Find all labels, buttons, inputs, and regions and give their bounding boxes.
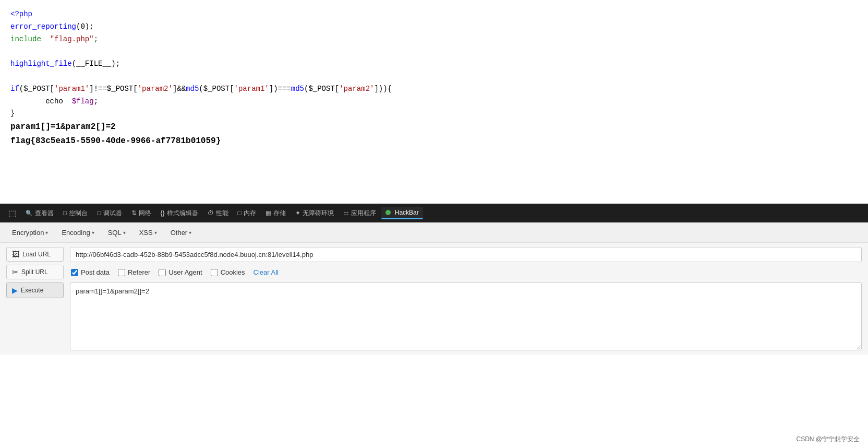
network-label: 网络: [139, 209, 151, 218]
devtools-memory[interactable]: □ 内存: [234, 207, 260, 220]
memory-icon: □: [238, 209, 242, 217]
post-data-label: Post data: [81, 268, 110, 276]
viewer-icon: 🔍: [26, 210, 33, 217]
clear-all-button[interactable]: Clear All: [254, 268, 279, 276]
left-buttons: 🖼 Load URL ✂ Split URL ▶ Execute: [6, 247, 64, 298]
split-url-icon: ✂: [12, 268, 18, 276]
load-url-button[interactable]: 🖼 Load URL: [6, 247, 64, 262]
flag-line: flag{83c5ea15-5590-40de-9966-af7781b0105…: [10, 134, 858, 148]
referer-label: Referer: [128, 268, 150, 276]
cookies-label: Cookies: [221, 268, 245, 276]
split-url-button[interactable]: ✂ Split URL: [6, 265, 64, 279]
encoding-label: Encoding: [62, 229, 90, 237]
other-menu[interactable]: Other ▾: [165, 226, 198, 239]
hackbar-label: HackBar: [395, 209, 419, 216]
url-input[interactable]: [70, 247, 862, 262]
hackbar-status-dot: [385, 210, 391, 215]
other-label: Other: [171, 229, 188, 237]
encryption-chevron: ▾: [45, 230, 48, 235]
hackbar-panel: Encryption ▾ Encoding ▾ SQL ▾ XSS ▾ Othe…: [0, 222, 868, 355]
split-url-label: Split URL: [21, 268, 48, 276]
sql-menu[interactable]: SQL ▾: [102, 226, 131, 239]
referer-checkbox-label[interactable]: Referer: [118, 268, 150, 276]
hackbar-menu: Encryption ▾ Encoding ▾ SQL ▾ XSS ▾ Othe…: [0, 223, 868, 243]
code-line-4: highlight_file(__FILE__);: [10, 58, 858, 70]
xss-label: XSS: [139, 229, 153, 237]
storage-icon: ▦: [266, 209, 271, 217]
devtools-network[interactable]: ⇅ 网络: [127, 207, 155, 220]
devtools-viewer[interactable]: 🔍 查看器: [21, 207, 58, 220]
encoding-menu[interactable]: Encoding ▾: [56, 226, 100, 239]
debugger-icon: □: [97, 209, 101, 217]
execute-icon: ▶: [12, 286, 18, 294]
perf-label: 性能: [216, 209, 228, 218]
cookies-checkbox[interactable]: [211, 269, 218, 276]
console-label: 控制台: [69, 209, 88, 218]
encoding-chevron: ▾: [92, 230, 94, 235]
perf-icon: ⏱: [208, 209, 214, 217]
load-url-label: Load URL: [22, 251, 51, 258]
xss-chevron: ▾: [154, 230, 157, 235]
footer: CSDN @宁宁想学安全: [796, 435, 860, 444]
load-url-icon: 🖼: [12, 250, 19, 258]
execute-label: Execute: [21, 287, 43, 294]
devtools-hackbar[interactable]: HackBar: [381, 207, 423, 219]
devtools-bar: ⬚ 🔍 查看器 □ 控制台 □ 调试器 ⇅ 网络 {} 样式编辑器 ⏱ 性能 □…: [0, 204, 868, 222]
devtools-console[interactable]: □ 控制台: [59, 207, 92, 220]
code-display: <?php error_reporting(0); include "flag.…: [0, 0, 868, 204]
debugger-label: 调试器: [103, 209, 122, 218]
code-line-5: if($_POST['param1']!==$_POST['param2']&&…: [10, 83, 858, 96]
post-data-textarea[interactable]: param1[]=1&param2[]=2: [70, 282, 862, 350]
checkboxes-row: Post data Referer User Agent Cookies Cle…: [70, 266, 862, 278]
encryption-label: Encryption: [12, 229, 44, 237]
accessibility-icon: ✦: [295, 209, 300, 217]
code-line-2: error_reporting(0);: [10, 21, 858, 33]
user-agent-label: User Agent: [168, 268, 202, 276]
referer-checkbox[interactable]: [118, 269, 125, 276]
accessibility-label: 无障碍环境: [303, 209, 334, 218]
storage-label: 存储: [273, 209, 286, 218]
encryption-menu[interactable]: Encryption ▾: [6, 226, 54, 239]
style-label: 样式编辑器: [167, 209, 198, 218]
console-icon: □: [63, 209, 67, 217]
sql-chevron: ▾: [123, 230, 126, 235]
code-line-7: }: [10, 108, 858, 120]
sql-label: SQL: [108, 229, 122, 237]
app-label: 应用程序: [351, 209, 376, 218]
code-line-blank2: [10, 70, 858, 83]
post-data-checkbox[interactable]: [71, 269, 78, 276]
hackbar-content: 🖼 Load URL ✂ Split URL ▶ Execute Post da…: [0, 243, 868, 355]
code-line-blank1: [10, 45, 858, 58]
post-data-checkbox-label[interactable]: Post data: [71, 268, 110, 276]
user-agent-checkbox-label[interactable]: User Agent: [159, 268, 202, 276]
user-agent-checkbox[interactable]: [159, 269, 166, 276]
devtools-debugger[interactable]: □ 调试器: [93, 207, 126, 220]
viewer-label: 查看器: [35, 209, 54, 218]
devtools-storage[interactable]: ▦ 存储: [261, 207, 290, 220]
flag-output: param1[]=1&param2[]=2: [10, 120, 858, 134]
code-line-1: <?php: [10, 8, 858, 21]
code-line-6: echo $flag;: [10, 96, 858, 108]
devtools-accessibility[interactable]: ✦ 无障碍环境: [291, 207, 338, 220]
footer-text: CSDN @宁宁想学安全: [796, 435, 860, 443]
devtools-inspector-icon[interactable]: ⬚: [4, 206, 20, 220]
xss-menu[interactable]: XSS ▾: [134, 226, 163, 239]
memory-label: 内存: [244, 209, 256, 218]
code-line-3: include "flag.php";: [10, 33, 858, 46]
right-content: Post data Referer User Agent Cookies Cle…: [70, 247, 862, 350]
other-chevron: ▾: [189, 230, 191, 235]
app-icon: ⚏: [343, 209, 349, 217]
devtools-style[interactable]: {} 样式编辑器: [156, 207, 202, 220]
execute-button[interactable]: ▶ Execute: [6, 282, 64, 298]
cookies-checkbox-label[interactable]: Cookies: [211, 268, 245, 276]
style-icon: {}: [161, 209, 165, 217]
devtools-app[interactable]: ⚏ 应用程序: [339, 207, 380, 220]
clear-all-label: Clear All: [254, 268, 279, 276]
network-icon: ⇅: [131, 209, 137, 217]
devtools-perf[interactable]: ⏱ 性能: [203, 207, 233, 220]
